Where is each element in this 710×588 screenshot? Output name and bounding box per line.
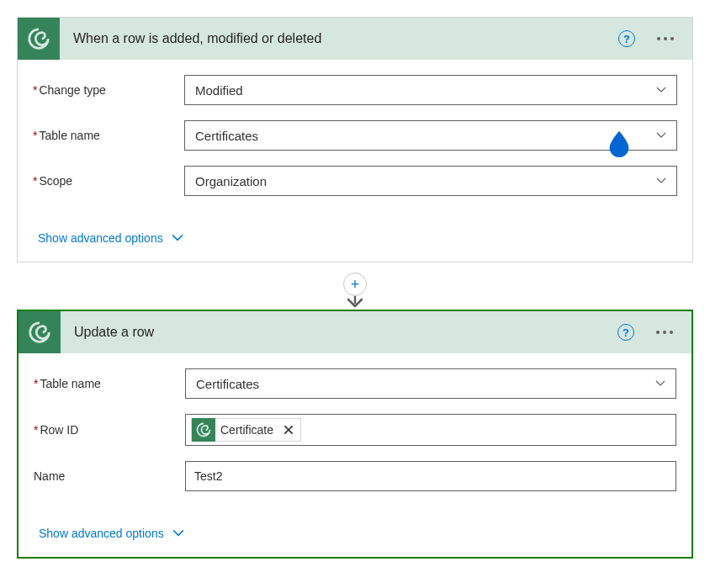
dropdown-trigger-table[interactable]: Certificates [184, 120, 677, 151]
more-icon[interactable] [653, 327, 676, 337]
row-id-input[interactable]: Certificate [185, 414, 676, 446]
chevron-down-icon [172, 232, 183, 244]
chevron-down-icon [656, 85, 666, 95]
dataverse-icon [19, 311, 61, 353]
field-row-id: Row ID Certificate [34, 414, 676, 446]
dropdown-action-table[interactable]: Certificates [185, 368, 676, 399]
more-icon[interactable] [654, 34, 677, 44]
action-title: Update a row [61, 325, 617, 340]
label-action-table: Table name [34, 377, 185, 390]
field-scope: Scope Organization [33, 166, 677, 196]
dropdown-change-type[interactable]: Modified [184, 75, 677, 105]
dropdown-scope[interactable]: Organization [184, 166, 677, 196]
add-step-button[interactable]: + [343, 273, 367, 296]
chevron-down-icon [656, 130, 666, 140]
field-trigger-table: Table name Certificates [33, 120, 677, 151]
field-action-table: Table name Certificates [34, 368, 676, 399]
trigger-card: When a row is added, modified or deleted… [17, 17, 693, 262]
chevron-down-icon [656, 176, 666, 186]
chevron-down-icon [655, 379, 665, 389]
label-change-type: Change type [33, 83, 184, 97]
label-name: Name [34, 469, 185, 483]
show-advanced-trigger[interactable]: Show advanced options [38, 231, 183, 245]
label-row-id: Row ID [34, 423, 185, 437]
name-input[interactable]: Test2 [185, 461, 676, 491]
action-card: Update a row ? Table name Certificates [17, 310, 693, 559]
show-advanced-action[interactable]: Show advanced options [39, 527, 184, 540]
chevron-down-icon [172, 527, 184, 539]
dataverse-icon [192, 418, 215, 442]
dynamic-token-certificate: Certificate [191, 418, 301, 442]
help-icon[interactable]: ? [617, 324, 634, 341]
action-header[interactable]: Update a row ? [19, 311, 691, 353]
field-change-type: Change type Modified [33, 75, 677, 105]
label-trigger-table: Table name [33, 129, 184, 142]
trigger-title: When a row is added, modified or deleted [60, 31, 618, 46]
remove-token-button[interactable] [278, 420, 299, 440]
connector: + [17, 262, 693, 310]
field-name: Name Test2 [34, 461, 676, 491]
label-scope: Scope [33, 174, 184, 188]
help-icon[interactable]: ? [618, 30, 635, 47]
dataverse-icon [18, 18, 60, 60]
trigger-header[interactable]: When a row is added, modified or deleted… [18, 18, 692, 60]
